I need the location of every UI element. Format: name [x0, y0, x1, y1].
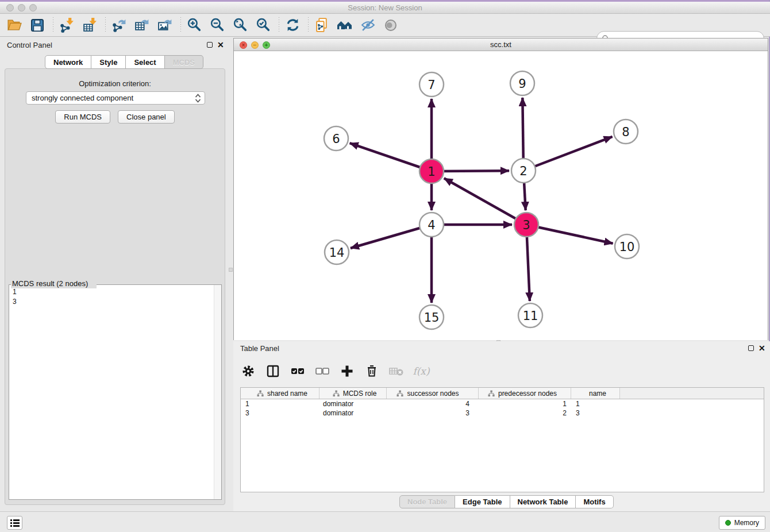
- close-table-panel-icon[interactable]: ✕: [759, 344, 765, 353]
- mcds-result-box: MCDS result (2 nodes) 13: [9, 280, 222, 500]
- zoom-out-icon[interactable]: [209, 17, 226, 34]
- result-scrollbar[interactable]: [214, 285, 221, 499]
- column-header-shared-name[interactable]: shared name: [241, 388, 319, 399]
- table-row[interactable]: 3dominator323: [241, 408, 764, 418]
- table-cell[interactable]: dominator: [319, 408, 387, 418]
- node-label-15: 15: [424, 311, 440, 325]
- table-cell[interactable]: 3: [241, 408, 319, 418]
- node-label-6: 6: [332, 132, 340, 146]
- hide-panels-icon[interactable]: [359, 17, 376, 34]
- column-header-successor-nodes[interactable]: successor nodes: [387, 388, 479, 399]
- control-panel: Control Panel ✕ NetworkStyleSelectMCDS O…: [0, 38, 230, 510]
- table-cell[interactable]: 3: [387, 408, 479, 418]
- node-table: shared nameMCDS rolesuccessor nodesprede…: [240, 387, 764, 492]
- export-image-icon[interactable]: [156, 17, 174, 34]
- table-cell[interactable]: 2: [479, 408, 571, 418]
- memory-button[interactable]: Memory: [719, 516, 765, 530]
- home-icon[interactable]: [336, 17, 353, 34]
- result-line: 3: [13, 297, 210, 307]
- zoom-in-icon[interactable]: [186, 17, 203, 34]
- table-cell[interactable]: dominator: [319, 399, 387, 408]
- save-session-icon[interactable]: [29, 17, 46, 34]
- split-view-icon[interactable]: [265, 363, 281, 379]
- tab-edge-table[interactable]: Edge Table: [455, 495, 510, 508]
- vertical-splitter-handle[interactable]: [229, 268, 233, 272]
- edge-3-to-10[interactable]: [526, 225, 613, 244]
- add-column-icon[interactable]: [339, 363, 355, 379]
- float-panel-icon[interactable]: [207, 42, 213, 48]
- column-header-predecessor-nodes[interactable]: predecessor nodes: [479, 388, 571, 399]
- delete-table-icon[interactable]: [388, 363, 405, 379]
- function-builder-icon[interactable]: f(x): [413, 363, 429, 379]
- table-body: 1dominator4113dominator323: [241, 399, 764, 418]
- tab-network-table[interactable]: Network Table: [510, 495, 576, 508]
- memory-status-dot: [725, 520, 731, 526]
- network-window-titlebar[interactable]: × − + scc.txt: [234, 38, 768, 51]
- close-panel-icon[interactable]: ✕: [217, 40, 224, 49]
- select-all-columns-icon[interactable]: [290, 363, 306, 379]
- window-title: Session: New Session: [0, 3, 770, 12]
- table-cell[interactable]: 3: [571, 408, 620, 418]
- list-icon: [10, 519, 20, 527]
- zoom-fit-icon[interactable]: [232, 17, 249, 34]
- main-toolbar: [0, 14, 770, 37]
- export-network-icon[interactable]: [110, 17, 128, 34]
- tab-style[interactable]: Style: [91, 55, 126, 69]
- sphere-icon[interactable]: [382, 17, 399, 34]
- mcds-result-text[interactable]: 13: [13, 287, 210, 498]
- application-window: Session: New Session: [0, 0, 770, 532]
- status-bar: Memory: [0, 511, 770, 532]
- table-cell[interactable]: 1: [571, 399, 620, 408]
- toolbar-separator: [53, 17, 53, 33]
- edge-3-to-1[interactable]: [444, 178, 526, 225]
- tab-node-table[interactable]: Node Table: [399, 495, 455, 508]
- import-network-icon[interactable]: [58, 17, 75, 34]
- node-label-10: 10: [619, 240, 635, 254]
- import-table-icon[interactable]: [81, 17, 98, 34]
- optimization-criterion-value: strongly connected component: [32, 94, 195, 102]
- toolbar-separator: [308, 17, 309, 33]
- table-cell[interactable]: 4: [387, 399, 479, 408]
- open-session-icon[interactable]: [6, 17, 23, 34]
- float-table-panel-icon[interactable]: [748, 345, 754, 351]
- title-bar: Session: New Session: [0, 2, 770, 14]
- node-label-1: 1: [428, 165, 435, 179]
- node-label-2: 2: [519, 164, 527, 178]
- column-type-icon: [396, 390, 403, 397]
- edge-2-to-8[interactable]: [523, 137, 613, 171]
- tab-network[interactable]: Network: [45, 55, 91, 69]
- table-panel-title: Table Panel: [240, 344, 279, 353]
- table-cell[interactable]: 1: [241, 399, 319, 408]
- tab-select[interactable]: Select: [126, 55, 164, 69]
- export-table-icon[interactable]: [133, 17, 151, 34]
- edge-1-to-6[interactable]: [350, 143, 432, 171]
- column-header-MCDS-role[interactable]: MCDS role: [319, 388, 387, 399]
- header-filler: [620, 388, 764, 399]
- clone-network-icon[interactable]: [313, 17, 330, 34]
- chevron-updown-icon: [195, 94, 201, 103]
- column-type-icon: [257, 390, 264, 397]
- network-canvas[interactable]: 7968124314101511: [234, 51, 768, 340]
- network-view-window: × − + scc.txt 7968124314101511: [233, 38, 768, 340]
- table-cell[interactable]: 1: [479, 399, 571, 408]
- tab-mcds[interactable]: MCDS: [165, 55, 203, 69]
- table-tabs: Node TableEdge TableNetwork TableMotifs: [399, 495, 614, 508]
- zoom-selected-icon[interactable]: [255, 17, 272, 34]
- table-settings-icon[interactable]: [240, 363, 256, 379]
- node-label-8: 8: [622, 125, 629, 139]
- delete-column-icon[interactable]: [364, 363, 380, 379]
- control-panel-tabs: NetworkStyleSelectMCDS: [45, 55, 203, 69]
- optimization-criterion-label: Optimization criterion:: [5, 79, 225, 88]
- column-header-name[interactable]: name: [571, 388, 620, 399]
- node-label-4: 4: [428, 218, 435, 232]
- table-row[interactable]: 1dominator411: [241, 399, 764, 408]
- task-history-button[interactable]: [7, 516, 22, 530]
- deselect-all-columns-icon[interactable]: [314, 363, 330, 379]
- optimization-criterion-select[interactable]: strongly connected component: [26, 91, 205, 105]
- run-mcds-button[interactable]: Run MCDS: [55, 110, 110, 124]
- refresh-icon[interactable]: [284, 17, 301, 34]
- tab-motifs[interactable]: Motifs: [576, 495, 613, 508]
- close-panel-button[interactable]: Close panel: [118, 110, 175, 124]
- memory-label: Memory: [734, 519, 759, 527]
- mcds-panel: Optimization criterion: strongly connect…: [5, 68, 225, 505]
